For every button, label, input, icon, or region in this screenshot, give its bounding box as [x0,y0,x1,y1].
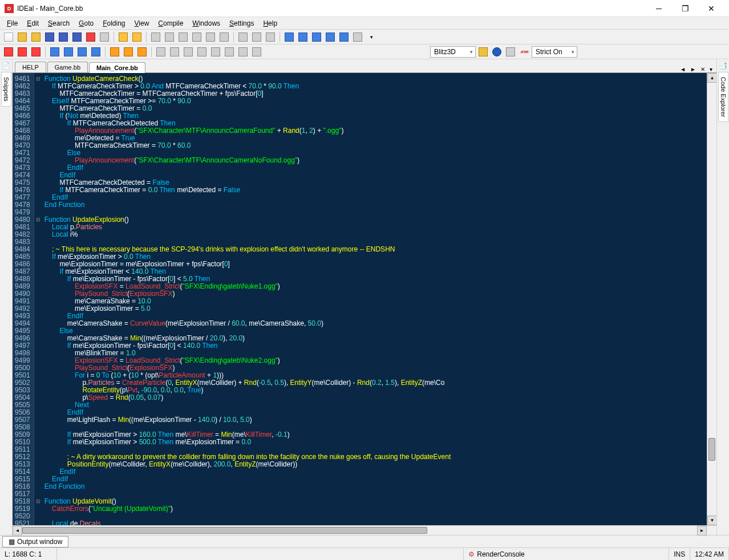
tab-close-button[interactable]: ✕ [699,66,707,72]
minimize-button[interactable]: ─ [646,0,672,17]
format-button[interactable] [338,31,350,43]
save-button[interactable] [43,31,56,43]
select-all-button[interactable] [204,31,217,43]
unfold-button[interactable] [76,46,88,58]
title-bar: D IDEal - Main_Core.bb ─ ❐ ✕ [0,0,729,17]
bottom-dock: ▦ Output window [0,535,729,547]
tab-menu-button[interactable]: ▾ [708,66,714,72]
debug-run-button[interactable] [196,46,208,58]
tab-next-button[interactable]: ► [688,66,698,72]
debug-out-button[interactable] [182,46,195,58]
find-button[interactable] [237,31,249,43]
find-in-files-button[interactable] [264,31,277,43]
new-file-button[interactable] [2,31,15,43]
fold-all-button[interactable] [62,46,75,58]
build-button[interactable] [504,46,517,58]
code-explorer-tab[interactable]: Code Explorer [718,72,728,122]
fold-toggle[interactable]: ⊟ [34,216,42,224]
status-process: ⚙ RenderConsole [464,548,669,560]
app-icon: D [5,4,14,13]
file-tab-main_core-bb[interactable]: Main_Core.bb [89,62,145,73]
macro-stop-button[interactable] [136,46,148,58]
snippets-tab[interactable]: Snippets [1,72,11,107]
hscroll-left-button[interactable]: ◄ [13,526,22,535]
close-file-button[interactable] [84,31,97,43]
strict-combo[interactable]: Strict On [532,46,577,58]
uncomment-button[interactable] [324,31,337,43]
layout-dropdown-button[interactable]: ▾ [365,31,378,43]
file-tab-help[interactable]: HELP [15,62,46,72]
debug-step-button[interactable] [155,46,167,58]
debug-restart-button[interactable] [237,46,249,58]
bookmark-prev-button[interactable] [16,46,29,58]
menu-goto[interactable]: Goto [74,18,98,29]
left-dock: 📄 Snippets [0,59,13,535]
redo-button[interactable] [131,31,143,43]
outdent-button[interactable] [297,31,309,43]
fold-toggle[interactable]: ⊟ [34,498,42,505]
code-body[interactable]: Function UpdateCameraCheck() If MTFCamer… [42,73,707,525]
comment-button[interactable] [310,31,323,43]
close-button[interactable]: ✕ [698,0,724,17]
horizontal-scrollbar[interactable] [22,526,697,535]
status-clock: 12:42 AM [690,548,729,560]
menu-windows[interactable]: Windows [188,18,225,29]
menu-view[interactable]: View [130,18,154,29]
menu-bar: FileEditSearchGotoFoldingViewCompileWind… [0,17,729,30]
compiler-combo[interactable]: Blitz3D [430,46,476,58]
save-all-button[interactable] [57,31,70,43]
hscroll-right-button[interactable]: ► [697,526,707,535]
debug-over-button[interactable] [168,46,181,58]
copy-button[interactable] [163,31,176,43]
status-bar: L: 1688 C: 1 ⚙ RenderConsole INS 12:42 A… [0,547,729,560]
replace-button[interactable] [250,31,263,43]
macro-play-button[interactable] [122,46,135,58]
file-tab-game-bb[interactable]: Game.bb [47,62,88,72]
macro-record-button[interactable] [108,46,121,58]
exe-button[interactable]: .exe [518,46,530,58]
menu-settings[interactable]: Settings [225,18,258,29]
tab-prev-button[interactable]: ◄ [678,66,687,72]
maximize-button[interactable]: ❐ [672,0,698,17]
paste-button[interactable] [177,31,189,43]
undo-button[interactable] [117,31,129,43]
clipboard-button[interactable] [218,31,230,43]
code-explorer-icon: 📑 [719,62,728,71]
bookmark-button[interactable] [2,46,15,58]
toolbar-secondary: Blitz3D .exe Strict On [0,44,729,59]
menu-help[interactable]: Help [258,18,282,29]
menu-edit[interactable]: Edit [22,18,43,29]
fold-column: ⊟⊟⊟ [34,73,42,525]
open-file-button[interactable] [16,31,29,43]
vertical-scrollbar[interactable]: ▲ ▼ [707,73,716,525]
output-icon: ▦ [9,538,15,546]
output-window-tab[interactable]: ▦ Output window [2,536,68,547]
code-editor[interactable]: 9461946294639464946594669467946894699470… [13,73,716,525]
menu-search[interactable]: Search [43,18,74,29]
menu-folding[interactable]: Folding [98,18,129,29]
menu-compile[interactable]: Compile [153,18,188,29]
cut-button[interactable] [149,31,162,43]
debug-stop-button[interactable] [223,46,236,58]
bookmark-next-button[interactable] [30,46,42,58]
save-as-button[interactable] [71,31,83,43]
right-dock: 📑 Code Explorer [716,59,729,535]
print-button[interactable] [98,31,111,43]
status-insert-mode: INS [669,548,690,560]
menu-file[interactable]: File [2,18,22,29]
line-number-gutter: 9461946294639464946594669467946894699470… [13,73,34,525]
open-recent-button[interactable] [30,31,42,43]
fold-button[interactable] [48,46,61,58]
delete-button[interactable] [191,31,203,43]
process-icon: ⚙ [468,550,475,558]
fold-toggle[interactable]: ⊟ [34,75,42,83]
compile-button[interactable] [477,46,489,58]
unfold-all-button[interactable] [90,46,102,58]
window-title: IDEal - Main_Core.bb [17,5,646,13]
layout-button[interactable] [351,31,364,43]
editor-tab-strip: HELPGame.bbMain_Core.bb ◄ ► ✕ ▾ [13,59,716,73]
indent-button[interactable] [283,31,295,43]
debug-pause-button[interactable] [209,46,222,58]
abc-button[interactable] [250,46,263,58]
run-button[interactable] [491,46,503,58]
